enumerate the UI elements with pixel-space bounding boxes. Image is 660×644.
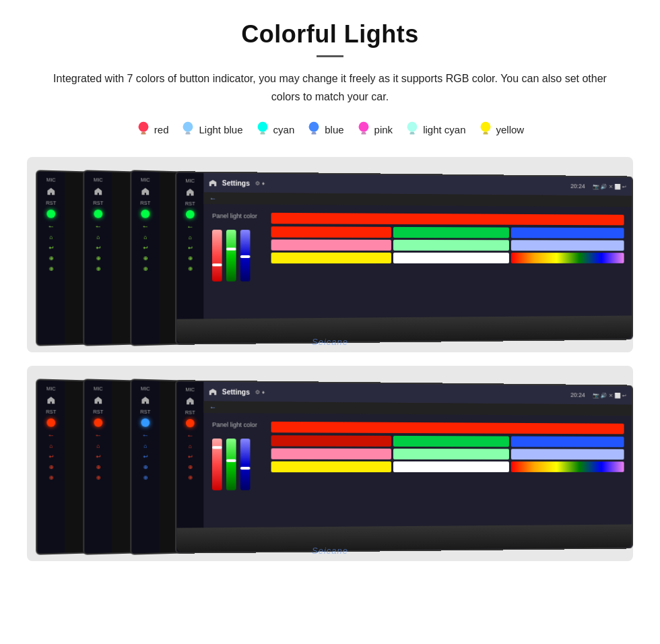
- sidebar-main-b: MIC RST ← ⌂ ↩ ⊕ ⊕: [176, 382, 203, 552]
- slider-red-bottom[interactable]: [212, 439, 222, 490]
- red-bulb-icon: [136, 121, 151, 138]
- slider-green-top[interactable]: [226, 230, 236, 282]
- swatch-green-bottom[interactable]: [393, 436, 510, 447]
- home-screen-icon: [209, 179, 217, 186]
- screen-time: 20:24: [570, 183, 585, 190]
- home-icon-main-b: [185, 396, 195, 406]
- color-item-cyan: cyan: [255, 121, 295, 138]
- sidebar-main: MIC RST ← ⌂ ↩ ⊕ ⊕: [176, 173, 203, 344]
- device-group-bottom: MIC RST ← ⌂ ↩ ⊕ ⊕: [27, 366, 633, 561]
- page-title: Colorful Lights: [27, 20, 633, 49]
- title-divider: [317, 55, 343, 57]
- slider-red-top[interactable]: [212, 230, 222, 282]
- stacked-devices-bottom: MIC RST ← ⌂ ↩ ⊕ ⊕: [34, 373, 626, 554]
- sidebar-b1: MIC RST ← ⌂ ↩ ⊕ ⊕: [37, 381, 65, 554]
- device-card-main-bottom: MIC RST ← ⌂ ↩ ⊕ ⊕: [175, 381, 633, 554]
- color-label-yellow: yellow: [496, 124, 525, 135]
- bottom-bar-top: [176, 316, 632, 344]
- swatch-lightgreen-top[interactable]: [393, 240, 510, 251]
- watermark-bottom: Seicane: [312, 546, 348, 556]
- swatch-rainbow-bottom[interactable]: [511, 461, 624, 472]
- back-arrow-b[interactable]: ←: [209, 404, 217, 411]
- color-item-pink: pink: [356, 121, 393, 138]
- power-btn-1[interactable]: [46, 210, 55, 218]
- blue-bulb-icon: [306, 121, 321, 138]
- svg-rect-21: [483, 133, 488, 135]
- svg-point-19: [480, 122, 490, 132]
- home-icon-2: [93, 187, 103, 197]
- back-arrow[interactable]: ←: [209, 195, 217, 202]
- slider-blue-top[interactable]: [240, 230, 251, 282]
- color-label-pink: pink: [374, 124, 393, 135]
- screen-title-b: Settings: [222, 388, 250, 396]
- home-icon-b3: [140, 395, 150, 406]
- page-container: Colorful Lights Integrated with 7 colors…: [0, 0, 660, 581]
- power-btn-3[interactable]: [141, 210, 150, 218]
- swatch-pink-top[interactable]: [271, 240, 391, 251]
- pink-bulb-icon: [356, 121, 371, 138]
- screen-time-b: 20:24: [570, 392, 585, 399]
- yellow-bulb-icon: [478, 121, 493, 138]
- swatch-green-top[interactable]: [393, 227, 510, 238]
- sidebar-b3: MIC RST ← ⌂ ↩ ⊕ ⊕: [131, 381, 159, 554]
- swatch-full-red-top[interactable]: [271, 213, 624, 226]
- swatch-yellow-bottom[interactable]: [271, 461, 391, 472]
- color-label-lightcyan: light cyan: [423, 124, 465, 135]
- swatch-yellow-top[interactable]: [271, 253, 391, 263]
- svg-rect-15: [361, 133, 366, 135]
- device-group-top: MIC RST ← ⌂ ↩ ⊕ ⊕: [27, 157, 633, 352]
- slider-green-bottom[interactable]: [226, 439, 236, 490]
- power-btn-main[interactable]: [186, 210, 195, 218]
- swatch-darkred-bottom[interactable]: [271, 436, 391, 447]
- color-label-blue: blue: [325, 124, 343, 135]
- color-swatches-bottom: [271, 422, 624, 474]
- svg-point-16: [407, 122, 418, 132]
- svg-point-0: [138, 122, 148, 132]
- swatch-rainbow-top[interactable]: [511, 253, 624, 263]
- home-screen-icon-b: [209, 388, 217, 395]
- power-btn-b2[interactable]: [94, 418, 102, 427]
- watermark-top: Seicane: [312, 337, 348, 347]
- home-icon-main: [185, 187, 195, 197]
- swatch-lightblue-top[interactable]: [511, 240, 624, 251]
- color-item-lightcyan: light cyan: [405, 121, 465, 138]
- title-section: Colorful Lights Integrated with 7 colors…: [27, 20, 633, 106]
- cyan-bulb-icon: [255, 121, 270, 138]
- color-indicators-row: red Light blue cyan: [27, 121, 633, 138]
- lightcyan-bulb-icon: [405, 121, 420, 138]
- swatch-full-red-bottom[interactable]: [271, 422, 624, 434]
- color-item-blue: blue: [306, 121, 343, 138]
- power-btn-2[interactable]: [94, 210, 102, 218]
- svg-rect-18: [409, 133, 414, 135]
- swatch-red-top[interactable]: [271, 227, 391, 238]
- power-btn-b1[interactable]: [46, 418, 55, 427]
- svg-point-10: [309, 122, 319, 132]
- swatch-blue-top[interactable]: [511, 228, 624, 238]
- description-text: Integrated with 7 colors of button indic…: [40, 69, 620, 106]
- sidebar-1: MIC RST ← ⌂ ↩ ⊕ ⊕: [37, 172, 65, 345]
- sidebar-b2: MIC RST ← ⌂ ↩ ⊕ ⊕: [84, 381, 112, 554]
- swatch-white-bottom[interactable]: [393, 461, 510, 472]
- swatch-lightgreen-bottom[interactable]: [393, 449, 510, 459]
- power-btn-main-b[interactable]: [186, 419, 195, 427]
- screen-title: Settings: [222, 179, 250, 187]
- sidebar-2: MIC RST ← ⌂ ↩ ⊕ ⊕: [84, 172, 112, 345]
- bottom-bar-bottom: [176, 525, 632, 552]
- home-icon-1: [46, 187, 56, 197]
- swatch-pink-bottom[interactable]: [271, 449, 391, 459]
- swatch-blue-bottom[interactable]: [511, 437, 624, 447]
- sliders-row-bottom: [212, 435, 257, 490]
- svg-rect-3: [141, 133, 145, 135]
- panel-label-top: Panel light color: [212, 213, 257, 220]
- power-btn-b3[interactable]: [141, 418, 150, 427]
- panel-label-bottom: Panel light color: [212, 422, 257, 429]
- slider-blue-bottom[interactable]: [240, 439, 251, 490]
- swatch-white-top[interactable]: [393, 253, 510, 263]
- svg-rect-12: [312, 133, 317, 135]
- color-swatches-top: [271, 213, 624, 265]
- color-item-yellow: yellow: [478, 121, 525, 138]
- swatch-lightblue-bottom[interactable]: [511, 449, 624, 460]
- home-icon-b1: [46, 395, 56, 406]
- svg-rect-6: [186, 133, 191, 135]
- color-label-cyan: cyan: [273, 124, 295, 135]
